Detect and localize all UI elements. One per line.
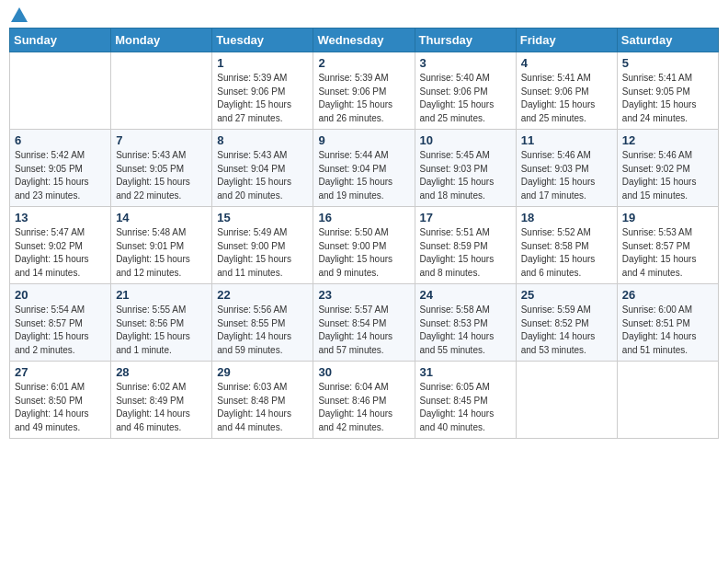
day-info: Sunrise: 5:49 AM Sunset: 9:00 PM Dayligh… <box>217 226 308 280</box>
calendar-day-cell: 27Sunrise: 6:01 AM Sunset: 8:50 PM Dayli… <box>10 362 111 439</box>
day-info: Sunrise: 5:53 AM Sunset: 8:57 PM Dayligh… <box>622 226 713 280</box>
day-info: Sunrise: 6:03 AM Sunset: 8:48 PM Dayligh… <box>217 381 308 434</box>
calendar-week-row: 13Sunrise: 5:47 AM Sunset: 9:02 PM Dayli… <box>10 207 719 284</box>
day-number: 19 <box>622 211 713 224</box>
day-info: Sunrise: 6:01 AM Sunset: 8:50 PM Dayligh… <box>15 381 106 434</box>
calendar-day-cell: 21Sunrise: 5:55 AM Sunset: 8:56 PM Dayli… <box>111 284 212 362</box>
day-info: Sunrise: 5:50 AM Sunset: 9:00 PM Dayligh… <box>318 226 409 280</box>
calendar-day-cell: 28Sunrise: 6:02 AM Sunset: 8:49 PM Dayli… <box>111 362 212 439</box>
calendar-header-row: SundayMondayTuesdayWednesdayThursdayFrid… <box>10 29 719 52</box>
weekday-header: Friday <box>516 29 617 52</box>
day-number: 12 <box>622 133 713 147</box>
calendar-day-cell <box>516 362 617 439</box>
day-info: Sunrise: 5:41 AM Sunset: 9:05 PM Dayligh… <box>622 72 713 125</box>
calendar-day-cell <box>10 52 111 130</box>
day-info: Sunrise: 5:46 AM Sunset: 9:02 PM Dayligh… <box>622 149 713 202</box>
calendar-day-cell: 8Sunrise: 5:43 AM Sunset: 9:04 PM Daylig… <box>212 130 313 207</box>
calendar-week-row: 27Sunrise: 6:01 AM Sunset: 8:50 PM Dayli… <box>10 362 719 439</box>
calendar-day-cell: 2Sunrise: 5:39 AM Sunset: 9:06 PM Daylig… <box>313 52 415 130</box>
day-number: 5 <box>622 56 713 70</box>
calendar-day-cell: 6Sunrise: 5:42 AM Sunset: 9:05 PM Daylig… <box>10 130 111 207</box>
calendar-day-cell: 29Sunrise: 6:03 AM Sunset: 8:48 PM Dayli… <box>212 362 313 439</box>
day-info: Sunrise: 5:58 AM Sunset: 8:53 PM Dayligh… <box>420 304 511 357</box>
calendar-day-cell: 30Sunrise: 6:04 AM Sunset: 8:46 PM Dayli… <box>313 362 415 439</box>
day-number: 22 <box>217 288 308 302</box>
day-number: 11 <box>521 133 612 147</box>
day-number: 10 <box>420 133 511 147</box>
day-number: 23 <box>318 288 409 302</box>
day-info: Sunrise: 5:56 AM Sunset: 8:55 PM Dayligh… <box>217 304 308 357</box>
calendar-day-cell: 24Sunrise: 5:58 AM Sunset: 8:53 PM Dayli… <box>415 284 516 362</box>
day-number: 16 <box>318 211 409 224</box>
calendar-week-row: 6Sunrise: 5:42 AM Sunset: 9:05 PM Daylig… <box>10 130 719 207</box>
day-number: 8 <box>217 133 308 147</box>
calendar-week-row: 1Sunrise: 5:39 AM Sunset: 9:06 PM Daylig… <box>10 52 719 130</box>
day-info: Sunrise: 5:45 AM Sunset: 9:03 PM Dayligh… <box>420 149 511 202</box>
calendar-day-cell: 13Sunrise: 5:47 AM Sunset: 9:02 PM Dayli… <box>10 207 111 284</box>
day-number: 7 <box>116 133 207 147</box>
calendar-day-cell: 19Sunrise: 5:53 AM Sunset: 8:57 PM Dayli… <box>617 207 718 284</box>
calendar-day-cell: 10Sunrise: 5:45 AM Sunset: 9:03 PM Dayli… <box>415 130 516 207</box>
day-number: 27 <box>15 365 106 379</box>
day-number: 15 <box>217 211 308 224</box>
day-info: Sunrise: 5:40 AM Sunset: 9:06 PM Dayligh… <box>420 72 511 125</box>
calendar-day-cell: 9Sunrise: 5:44 AM Sunset: 9:04 PM Daylig… <box>313 130 415 207</box>
logo <box>9 9 28 22</box>
day-info: Sunrise: 5:43 AM Sunset: 9:05 PM Dayligh… <box>116 149 207 202</box>
day-number: 26 <box>622 288 713 302</box>
calendar-day-cell: 14Sunrise: 5:48 AM Sunset: 9:01 PM Dayli… <box>111 207 212 284</box>
calendar-day-cell: 7Sunrise: 5:43 AM Sunset: 9:05 PM Daylig… <box>111 130 212 207</box>
weekday-header: Saturday <box>617 29 718 52</box>
day-number: 25 <box>521 288 612 302</box>
day-info: Sunrise: 5:57 AM Sunset: 8:54 PM Dayligh… <box>318 304 409 357</box>
day-number: 13 <box>15 211 106 224</box>
day-number: 9 <box>318 133 409 147</box>
day-number: 21 <box>116 288 207 302</box>
day-number: 2 <box>318 56 409 70</box>
calendar-day-cell: 22Sunrise: 5:56 AM Sunset: 8:55 PM Dayli… <box>212 284 313 362</box>
day-info: Sunrise: 6:02 AM Sunset: 8:49 PM Dayligh… <box>116 381 207 434</box>
weekday-header: Thursday <box>415 29 516 52</box>
day-info: Sunrise: 6:00 AM Sunset: 8:51 PM Dayligh… <box>622 304 713 357</box>
day-info: Sunrise: 5:46 AM Sunset: 9:03 PM Dayligh… <box>521 149 612 202</box>
calendar-day-cell: 26Sunrise: 6:00 AM Sunset: 8:51 PM Dayli… <box>617 284 718 362</box>
calendar-day-cell: 25Sunrise: 5:59 AM Sunset: 8:52 PM Dayli… <box>516 284 617 362</box>
calendar-day-cell: 12Sunrise: 5:46 AM Sunset: 9:02 PM Dayli… <box>617 130 718 207</box>
calendar-day-cell: 23Sunrise: 5:57 AM Sunset: 8:54 PM Dayli… <box>313 284 415 362</box>
day-info: Sunrise: 5:41 AM Sunset: 9:06 PM Dayligh… <box>521 72 612 125</box>
day-number: 6 <box>15 133 106 147</box>
day-number: 31 <box>420 365 511 379</box>
day-number: 18 <box>521 211 612 224</box>
day-number: 28 <box>116 365 207 379</box>
calendar-day-cell: 20Sunrise: 5:54 AM Sunset: 8:57 PM Dayli… <box>10 284 111 362</box>
weekday-header: Sunday <box>10 29 111 52</box>
day-info: Sunrise: 5:48 AM Sunset: 9:01 PM Dayligh… <box>116 226 207 280</box>
calendar-day-cell: 18Sunrise: 5:52 AM Sunset: 8:58 PM Dayli… <box>516 207 617 284</box>
day-info: Sunrise: 5:39 AM Sunset: 9:06 PM Dayligh… <box>318 72 409 125</box>
day-info: Sunrise: 5:52 AM Sunset: 8:58 PM Dayligh… <box>521 226 612 280</box>
day-info: Sunrise: 5:54 AM Sunset: 8:57 PM Dayligh… <box>15 304 106 357</box>
day-number: 4 <box>521 56 612 70</box>
day-info: Sunrise: 5:47 AM Sunset: 9:02 PM Dayligh… <box>15 226 106 280</box>
weekday-header: Tuesday <box>212 29 313 52</box>
day-number: 14 <box>116 211 207 224</box>
calendar-week-row: 20Sunrise: 5:54 AM Sunset: 8:57 PM Dayli… <box>10 284 719 362</box>
day-info: Sunrise: 5:42 AM Sunset: 9:05 PM Dayligh… <box>15 149 106 202</box>
day-info: Sunrise: 5:44 AM Sunset: 9:04 PM Dayligh… <box>318 149 409 202</box>
day-number: 30 <box>318 365 409 379</box>
day-info: Sunrise: 6:05 AM Sunset: 8:45 PM Dayligh… <box>420 381 511 434</box>
day-number: 24 <box>420 288 511 302</box>
day-number: 29 <box>217 365 308 379</box>
calendar-day-cell: 31Sunrise: 6:05 AM Sunset: 8:45 PM Dayli… <box>415 362 516 439</box>
logo-icon <box>11 7 28 22</box>
day-number: 17 <box>420 211 511 224</box>
day-number: 20 <box>15 288 106 302</box>
calendar-day-cell: 15Sunrise: 5:49 AM Sunset: 9:00 PM Dayli… <box>212 207 313 284</box>
day-info: Sunrise: 5:51 AM Sunset: 8:59 PM Dayligh… <box>420 226 511 280</box>
calendar-day-cell <box>617 362 718 439</box>
calendar-day-cell: 3Sunrise: 5:40 AM Sunset: 9:06 PM Daylig… <box>415 52 516 130</box>
weekday-header: Monday <box>111 29 212 52</box>
calendar-table: SundayMondayTuesdayWednesdayThursdayFrid… <box>9 28 719 439</box>
calendar-day-cell: 16Sunrise: 5:50 AM Sunset: 9:00 PM Dayli… <box>313 207 415 284</box>
page-header <box>9 9 719 22</box>
